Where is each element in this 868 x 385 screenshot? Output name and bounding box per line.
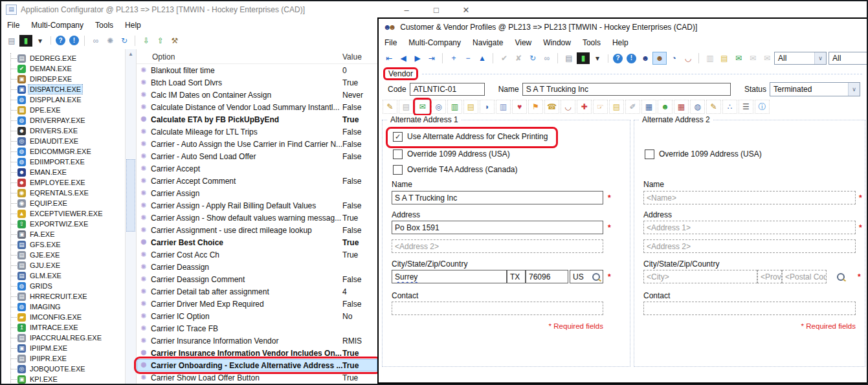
country-lookup-icon[interactable]	[592, 273, 600, 281]
tree-item[interactable]: ◉ EQRENTALS.EXE	[11, 188, 124, 198]
table-row[interactable]: ✺ Calculate Distance of Vendor Load Summ…	[137, 101, 377, 113]
table-row[interactable]: ✺ Carrier Assign	[137, 187, 377, 199]
table-row[interactable]: ✺ Btch Load Sort Dlvrs True	[137, 76, 377, 89]
minimize-button[interactable]: –	[392, 1, 421, 18]
tree-item[interactable]: ⇧ EXPORTWIZ.EXE	[11, 219, 124, 229]
menu-item[interactable]: Multi-Company	[403, 38, 467, 47]
alt1-country-input[interactable]: US	[570, 270, 603, 283]
checkbox[interactable]	[645, 149, 654, 159]
tree-item[interactable]: ☻ EMAN.EXE	[11, 167, 124, 177]
notes-icon[interactable]: ▤	[718, 52, 731, 64]
tree-item[interactable]: ✔ DEMAN.EXE	[11, 63, 124, 74]
tree-item[interactable]: ◍ IMAGING	[11, 302, 124, 312]
tree-item[interactable]: ▣ FA.EXE	[11, 229, 124, 239]
tools-icon[interactable]: ⚒	[168, 35, 181, 47]
form-icon[interactable]: ▥	[496, 100, 511, 114]
tree-item[interactable]: ▣ DIRDEP.EXE	[11, 74, 124, 84]
chart-icon[interactable]: ▥	[447, 100, 462, 114]
checkbox-row[interactable]: ✓ Use Alternate Address for Check Printi…	[393, 131, 548, 142]
check-printing-address-icon[interactable]: ✉	[415, 100, 430, 114]
table-row[interactable]: ✺ Carrier Assign - Apply Rail Billing De…	[137, 199, 377, 212]
people-icon[interactable]: ☻	[658, 100, 673, 114]
code-input[interactable]: ATLNTIC-01	[410, 83, 485, 96]
table-row[interactable]: ✺ Calculate Mileage for LTL Trips False	[137, 126, 377, 138]
settings-search-icon[interactable]: ✺	[104, 35, 117, 47]
note-edit-icon[interactable]: ✎	[706, 100, 721, 114]
tree-item[interactable]: ◍ EDIIMPORT.EXE	[11, 157, 124, 167]
tree-item[interactable]: ▣ IPIIPM.EXE	[11, 343, 124, 353]
next-record-icon[interactable]: ▶	[411, 52, 424, 64]
tree-scrollbar[interactable]: ▲	[125, 49, 136, 384]
tree-item[interactable]: ▣ KPI.EXE	[11, 374, 124, 384]
tree-item[interactable]: ☻ EMPLOYEE.EXE	[11, 177, 124, 188]
console-icon[interactable]: ▮	[19, 35, 32, 47]
tab-vendor[interactable]: Vendor	[383, 67, 418, 80]
tree-item[interactable]: ▤ GJE.EXE	[11, 250, 124, 260]
table-row[interactable]: ✺ Carrier Deassign Comment False	[137, 273, 377, 285]
dropdown-arrow-icon[interactable]: ▾	[591, 52, 604, 64]
alt2-city-input[interactable]: <City>	[643, 270, 757, 283]
tree-item[interactable]: ▤ DEDREG.EXE	[11, 53, 124, 63]
override-1099-checkbox-row[interactable]: Override 1099 Address (USA)	[645, 149, 762, 159]
tree-item[interactable]: ▲ EXCEPTVIEWER.EXE	[11, 208, 124, 219]
tree-item[interactable]: ◎ EDIAUDIT.EXE	[11, 136, 124, 146]
chart-icon[interactable]: ▥	[704, 52, 717, 64]
send-mail-icon[interactable]: ✉	[732, 52, 745, 64]
table-row[interactable]: ✺ Carrier IC Option No	[137, 310, 377, 322]
tree-item[interactable]: ▦ DPE.EXE	[11, 105, 124, 115]
table-row[interactable]: ✺ Carrier Detail tab after assignment 4	[137, 285, 377, 298]
mail-icon[interactable]: ✉	[746, 52, 759, 64]
tree-item[interactable]: ↥ IMTRACE.EXE	[11, 322, 124, 333]
dentures-icon[interactable]: ◡	[561, 100, 575, 114]
tree-item[interactable]: ◉ EQUIP.EXE	[11, 198, 124, 208]
wallet-icon[interactable]: ◗	[480, 100, 495, 114]
table-row[interactable]: ✺ Carrier Cost Acc Ch True	[137, 248, 377, 261]
info-lock-icon[interactable]: ⓘ	[755, 100, 770, 114]
alt2-address1-input[interactable]: <Address 1>	[643, 221, 856, 234]
first-record-icon[interactable]: ⇤	[383, 52, 395, 64]
tree-item[interactable]: ◍ EDICOMMGR.EXE	[11, 146, 124, 157]
table-row[interactable]: ✺ Calc IM Dates on Container Assign Neve…	[137, 89, 377, 101]
tree-item[interactable]: ☻ DRIVERS.EXE	[11, 126, 124, 136]
table-row[interactable]: ✺ Carrier Assignment - use direct mileag…	[137, 224, 377, 236]
scrollbar-thumb[interactable]	[126, 159, 135, 232]
alt1-address1-input[interactable]: Po Box 1591	[392, 221, 603, 234]
print-profile-icon[interactable]: ▤	[399, 100, 414, 114]
table-row[interactable]: ✺ Carrier Insurance Information Vendor I…	[137, 347, 377, 359]
menu-item[interactable]: File	[379, 38, 403, 47]
import-icon[interactable]: ⇩	[140, 35, 153, 47]
close-button[interactable]: ✕	[451, 1, 481, 18]
table-row[interactable]: ✺ Carrier Accept Comment False	[137, 175, 377, 187]
find-icon[interactable]: ∞	[540, 52, 553, 64]
menu-item[interactable]: Window	[537, 38, 577, 47]
flag-icon[interactable]: ⚑	[528, 100, 543, 114]
list-icon[interactable]: ☰	[739, 100, 753, 114]
alt1-city-input[interactable]: Surrey	[392, 270, 507, 283]
tree-item[interactable]: ▤ IPIIPR.EXE	[11, 353, 124, 364]
calculator-icon[interactable]: ▦	[641, 100, 656, 114]
alt2-postal-input[interactable]: <Postal Code>	[782, 270, 827, 283]
menu-item[interactable]: View	[509, 38, 537, 47]
prev-record-icon[interactable]: ◀	[397, 52, 410, 64]
refresh-icon[interactable]: ↻	[118, 35, 131, 47]
print-icon[interactable]: ▤	[562, 52, 575, 64]
menu-item[interactable]: Multi-Company	[25, 21, 89, 30]
mail-alt-icon[interactable]: ✉	[761, 52, 773, 64]
checkbox-row[interactable]: Override 1099 Address (USA)	[393, 149, 510, 159]
table-row[interactable]: ✺ Blankout filter time 0	[137, 64, 377, 76]
table-row[interactable]: ✺ Carrier - Auto Send Load Offer False	[137, 150, 377, 162]
menu-item[interactable]: Help	[606, 38, 634, 47]
notepad-icon[interactable]: ▤	[609, 100, 624, 114]
menu-item[interactable]: File	[1, 21, 25, 30]
tree-item[interactable]: ▤ HRRECRUIT.EXE	[11, 291, 124, 302]
dentures-icon[interactable]: ◡	[682, 52, 695, 64]
rate-card-icon[interactable]: ♥	[512, 100, 527, 114]
scroll-up-icon[interactable]: ▲	[126, 49, 136, 59]
console-icon[interactable]: ▮	[577, 52, 590, 64]
notes-icon[interactable]: ▤	[463, 100, 478, 114]
print-icon[interactable]: ▤	[5, 35, 18, 47]
alt1-name-input[interactable]: S A T Trucking Inc	[392, 191, 603, 204]
calendar-icon[interactable]: ▦	[674, 100, 689, 114]
country-lookup-button[interactable]	[832, 270, 849, 283]
tree-item[interactable]: ◍ DRIVERPAY.EXE	[11, 115, 124, 126]
